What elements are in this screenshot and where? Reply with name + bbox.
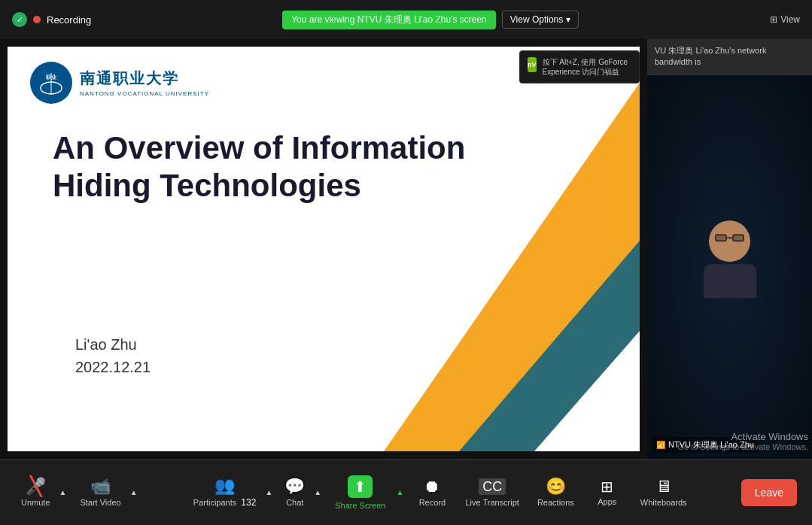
security-shield-icon: ✓: [12, 12, 27, 27]
geforce-overlay: nV 按下 Alt+Z, 使用 GeForce Experience 访问门福益: [519, 50, 640, 83]
start-video-button[interactable]: 📹 Start Video: [74, 474, 126, 511]
video-caret-button[interactable]: ▲: [127, 484, 141, 501]
share-caret-button[interactable]: ▲: [393, 484, 406, 501]
university-name-cn: 南通职业大学: [80, 68, 209, 89]
recording-dot-icon: [33, 16, 41, 23]
view-options-button[interactable]: View Options ▾: [502, 11, 579, 29]
toolbar-left: 🎤 ╲ Unmute ▲ 📹 Start Video ▲: [15, 474, 141, 511]
mute-mic-icon: 🎤 ╲: [26, 478, 46, 495]
chat-icon: 💬: [284, 478, 305, 495]
whiteboards-icon: 🖥: [655, 478, 672, 495]
triangle-white-decoration: [534, 331, 640, 451]
unmute-button[interactable]: 🎤 ╲ Unmute: [15, 474, 56, 511]
live-transcript-icon: CC: [479, 478, 506, 495]
university-logo-area: 职业 南通职业大学 NANTONG VOCATIONAL UNIVERSITY: [30, 62, 209, 104]
view-button[interactable]: ⊞ View: [770, 14, 800, 25]
chevron-down-icon: ▾: [566, 14, 570, 25]
chat-button-group: 💬 Chat ▲: [278, 474, 324, 511]
top-bar-right: ⊞ View: [770, 14, 800, 25]
slide-container: 职业 南通职业大学 NANTONG VOCATIONAL UNIVERSITY …: [8, 47, 640, 451]
activate-windows-title: Activate Windows: [677, 431, 808, 442]
participants-label-text: Participants 132: [193, 497, 257, 508]
record-label: Record: [419, 498, 446, 507]
chat-caret-button[interactable]: ▲: [311, 484, 324, 501]
unmute-label: Unmute: [21, 498, 50, 507]
video-camera-icon: 📹: [90, 478, 111, 495]
participants-icon: 👥: [214, 478, 235, 494]
share-screen-button-group: ⬆ Share Screen ▲: [327, 471, 406, 514]
participants-button-group: 👥 Participants 132 ▲: [187, 473, 275, 512]
slide-author: Li'ao Zhu: [75, 336, 137, 354]
top-bar-left: ✓ Recording: [12, 12, 91, 27]
live-transcript-label: Live Transcript: [465, 498, 519, 507]
top-bar: ✓ Recording You are viewing NTVU 朱理奥 Li'…: [0, 0, 812, 39]
university-logo-icon: 职业: [30, 62, 72, 104]
unmute-button-group: 🎤 ╲ Unmute ▲: [15, 474, 69, 511]
toolbar-center: 👥 Participants 132 ▲ 💬 Chat ▲ ⬆ Shar: [187, 471, 695, 514]
activate-windows-watermark: Activate Windows Go to Settings to activ…: [677, 431, 808, 451]
participants-button[interactable]: 👥 Participants 132: [187, 473, 263, 512]
toolbar-right: Leave: [741, 479, 797, 506]
start-video-button-group: 📹 Start Video ▲: [74, 474, 140, 511]
start-video-label: Start Video: [80, 498, 120, 507]
network-notification: VU 朱理奥 Li'ao Zhu's network bandwidth is: [647, 39, 812, 75]
video-tile: 📶 NTVU 朱理奥 Li'ao Zhu Activate Windows Go…: [647, 75, 812, 459]
view-icon: ⊞: [770, 14, 777, 25]
recording-label: Recording: [47, 14, 91, 26]
slide-date: 2022.12.21: [75, 359, 151, 376]
chat-label: Chat: [286, 498, 303, 507]
leave-button[interactable]: Leave: [741, 479, 797, 506]
reactions-label: Reactions: [537, 498, 574, 507]
university-name-en: NANTONG VOCATIONAL UNIVERSITY: [80, 90, 209, 97]
slide-title: An Overview of Information Hiding Techno…: [53, 129, 474, 205]
right-panel: VU 朱理奥 Li'ao Zhu's network bandwidth is …: [647, 39, 812, 459]
apps-icon: ⊞: [601, 479, 613, 494]
apps-button[interactable]: ⊞ Apps: [585, 475, 630, 511]
main-content-area: 职业 南通职业大学 NANTONG VOCATIONAL UNIVERSITY …: [0, 39, 647, 459]
video-person: [647, 75, 812, 459]
toolbar: 🎤 ╲ Unmute ▲ 📹 Start Video ▲ 👥 Participa…: [0, 459, 812, 525]
reactions-icon: 😊: [546, 478, 566, 495]
record-icon: ⏺: [424, 478, 440, 495]
signal-bars-icon: 📶: [656, 441, 665, 449]
geforce-message: 按下 Alt+Z, 使用 GeForce Experience 访问门福益: [543, 57, 631, 77]
whiteboards-label: Whiteboards: [640, 498, 687, 507]
share-screen-label: Share Screen: [335, 501, 385, 510]
unmute-caret-button[interactable]: ▲: [56, 484, 70, 501]
top-bar-center: You are viewing NTVU 朱理奥 Li'ao Zhu's scr…: [282, 11, 579, 29]
activate-windows-subtitle: Go to Settings to activate Windows.: [677, 442, 808, 451]
share-screen-button[interactable]: ⬆ Share Screen: [327, 471, 393, 514]
whiteboards-button[interactable]: 🖥 Whiteboards: [633, 474, 695, 511]
viewing-badge: You are viewing NTVU 朱理奥 Li'ao Zhu's scr…: [282, 11, 496, 29]
share-icon-wrapper: ⬆: [348, 475, 373, 498]
chat-button[interactable]: 💬 Chat: [278, 474, 311, 511]
live-transcript-button[interactable]: CC Live Transcript: [458, 474, 527, 511]
university-name-block: 南通职业大学 NANTONG VOCATIONAL UNIVERSITY: [80, 68, 209, 97]
apps-label: Apps: [598, 497, 616, 506]
reactions-button[interactable]: 😊 Reactions: [530, 474, 582, 511]
participants-caret-button[interactable]: ▲: [262, 484, 275, 501]
slide-inner: 职业 南通职业大学 NANTONG VOCATIONAL UNIVERSITY …: [8, 47, 640, 451]
geforce-icon: nV: [528, 57, 537, 72]
record-button[interactable]: ⏺ Record: [409, 474, 455, 511]
share-screen-icon: ⬆: [354, 478, 366, 496]
